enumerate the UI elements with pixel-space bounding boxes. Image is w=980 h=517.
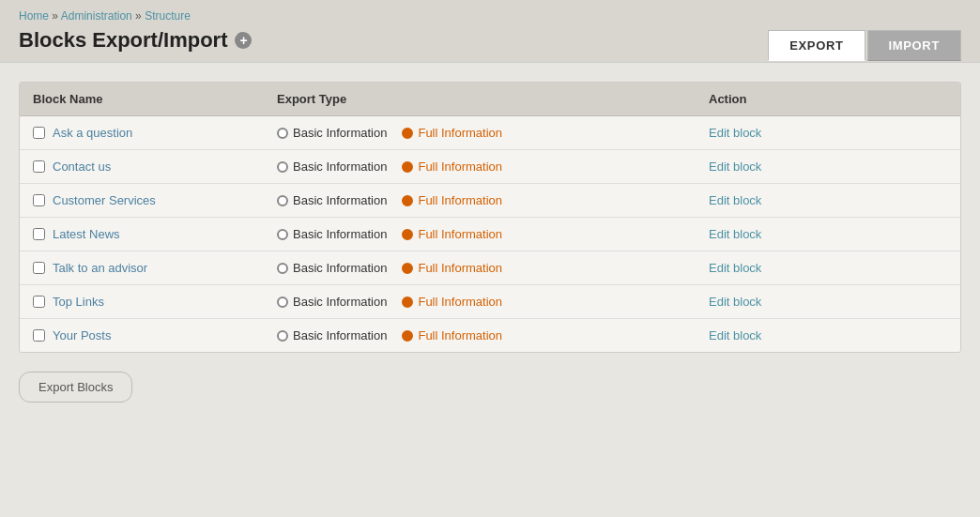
radio-full-text: Full Information — [418, 160, 502, 174]
edit-block-link-5[interactable]: Edit block — [709, 295, 761, 309]
table-row: Latest News Basic Information Full Infor… — [20, 218, 960, 251]
radio-full-label-6[interactable]: Full Information — [402, 328, 502, 342]
radio-basic-icon-2 — [277, 195, 288, 206]
tab-import[interactable]: IMPORT — [867, 30, 961, 61]
block-name-text: Top Links — [53, 295, 104, 309]
radio-basic-text: Basic Information — [293, 126, 387, 140]
table-row: Contact us Basic Information Full Inform… — [20, 150, 960, 184]
breadcrumb-structure[interactable]: Structure — [145, 9, 191, 23]
table-row: Customer Services Basic Information Full… — [20, 184, 960, 218]
breadcrumb-home[interactable]: Home — [19, 9, 49, 23]
col-header-export: Export Type — [264, 83, 696, 116]
col-header-name: Block Name — [20, 83, 264, 116]
row-checkbox-4[interactable] — [33, 262, 45, 274]
radio-basic-label-2[interactable]: Basic Information — [277, 193, 387, 207]
breadcrumb-admin[interactable]: Administration — [61, 9, 132, 23]
content-area: Block Name Export Type Action Ask a ques… — [0, 63, 980, 421]
export-type-group: Basic Information Full Information — [277, 295, 682, 309]
radio-basic-icon-0 — [277, 128, 288, 139]
block-name-text: Customer Services — [53, 193, 156, 207]
radio-basic-icon-1 — [277, 161, 288, 173]
radio-full-text: Full Information — [418, 126, 502, 140]
add-block-icon[interactable]: + — [235, 32, 252, 49]
edit-block-link-2[interactable]: Edit block — [709, 193, 761, 207]
edit-block-link-4[interactable]: Edit block — [709, 261, 761, 275]
radio-full-label-0[interactable]: Full Information — [402, 126, 502, 140]
radio-basic-label-6[interactable]: Basic Information — [277, 328, 387, 342]
block-name-text: Your Posts — [53, 328, 111, 342]
edit-block-link-6[interactable]: Edit block — [709, 328, 761, 342]
radio-full-icon-0 — [402, 128, 413, 139]
radio-basic-label-5[interactable]: Basic Information — [277, 295, 387, 309]
block-name-text: Ask a question — [53, 126, 132, 140]
row-checkbox-1[interactable] — [33, 160, 45, 173]
table-row: Your Posts Basic Information Full Inform… — [20, 319, 960, 353]
radio-full-text: Full Information — [418, 227, 502, 241]
breadcrumb: Home » Administration » Structure — [19, 9, 961, 23]
row-checkbox-5[interactable] — [33, 296, 45, 308]
page-title-text: Blocks Export/Import — [19, 28, 227, 53]
radio-full-label-5[interactable]: Full Information — [402, 295, 502, 309]
edit-block-link-0[interactable]: Edit block — [709, 126, 761, 140]
radio-basic-text: Basic Information — [293, 160, 387, 174]
radio-full-text: Full Information — [418, 261, 502, 275]
radio-full-icon-6 — [402, 330, 413, 342]
row-checkbox-2[interactable] — [33, 194, 45, 206]
row-checkbox-6[interactable] — [33, 329, 45, 342]
page-title: Blocks Export/Import + — [19, 28, 252, 62]
edit-block-link-1[interactable]: Edit block — [709, 160, 761, 174]
radio-basic-label-0[interactable]: Basic Information — [277, 126, 387, 140]
radio-full-icon-1 — [402, 161, 413, 173]
radio-basic-icon-6 — [277, 330, 288, 342]
export-type-group: Basic Information Full Information — [277, 227, 682, 241]
col-header-action: Action — [696, 83, 960, 116]
blocks-table: Block Name Export Type Action Ask a ques… — [20, 83, 960, 352]
radio-full-text: Full Information — [418, 193, 502, 207]
radio-full-text: Full Information — [418, 295, 502, 309]
radio-full-icon-5 — [402, 297, 413, 308]
radio-basic-icon-5 — [277, 297, 288, 308]
table-row: Talk to an advisor Basic Information Ful… — [20, 251, 960, 285]
radio-basic-text: Basic Information — [293, 193, 387, 207]
radio-full-icon-4 — [402, 263, 413, 274]
blocks-table-container: Block Name Export Type Action Ask a ques… — [19, 82, 961, 353]
tab-export[interactable]: EXPORT — [768, 30, 865, 61]
radio-basic-text: Basic Information — [293, 295, 387, 309]
radio-basic-text: Basic Information — [293, 328, 387, 342]
radio-basic-label-3[interactable]: Basic Information — [277, 227, 387, 241]
tab-buttons: EXPORT IMPORT — [768, 30, 961, 61]
export-type-group: Basic Information Full Information — [277, 126, 682, 140]
radio-full-label-2[interactable]: Full Information — [402, 193, 502, 207]
radio-basic-label-1[interactable]: Basic Information — [277, 160, 387, 174]
block-name-text: Talk to an advisor — [53, 261, 147, 275]
radio-full-label-4[interactable]: Full Information — [402, 261, 502, 275]
radio-basic-icon-3 — [277, 229, 288, 240]
export-type-group: Basic Information Full Information — [277, 328, 682, 342]
radio-full-text: Full Information — [418, 328, 502, 342]
radio-basic-text: Basic Information — [293, 261, 387, 275]
radio-full-label-1[interactable]: Full Information — [402, 160, 502, 174]
export-type-group: Basic Information Full Information — [277, 261, 682, 275]
row-checkbox-3[interactable] — [33, 228, 45, 240]
radio-full-icon-2 — [402, 195, 413, 206]
title-row: Blocks Export/Import + EXPORT IMPORT — [19, 28, 961, 62]
table-row: Ask a question Basic Information Full In… — [20, 116, 960, 150]
radio-basic-label-4[interactable]: Basic Information — [277, 261, 387, 275]
table-row: Top Links Basic Information Full Informa… — [20, 285, 960, 319]
radio-full-icon-3 — [402, 229, 413, 240]
export-type-group: Basic Information Full Information — [277, 160, 682, 174]
table-header-row: Block Name Export Type Action — [20, 83, 960, 116]
row-checkbox-0[interactable] — [33, 127, 45, 139]
block-name-text: Latest News — [53, 227, 120, 241]
radio-basic-icon-4 — [277, 263, 288, 274]
export-blocks-button[interactable]: Export Blocks — [19, 372, 132, 403]
export-type-group: Basic Information Full Information — [277, 193, 682, 207]
radio-full-label-3[interactable]: Full Information — [402, 227, 502, 241]
header-area: Home » Administration » Structure Blocks… — [0, 0, 980, 63]
radio-basic-text: Basic Information — [293, 227, 387, 241]
block-name-text: Contact us — [53, 160, 111, 174]
edit-block-link-3[interactable]: Edit block — [709, 227, 761, 241]
